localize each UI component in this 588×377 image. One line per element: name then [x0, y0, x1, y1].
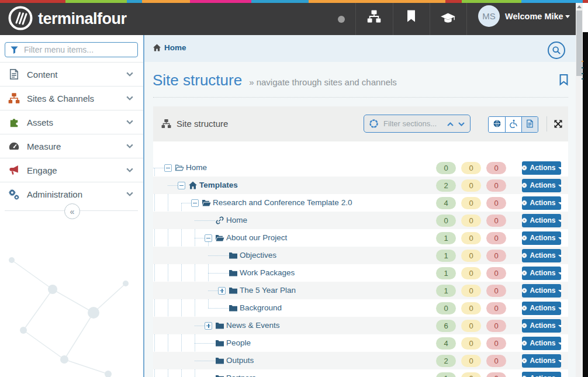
badge-yellow[interactable]: 0: [461, 250, 481, 262]
accessibility-button[interactable]: [505, 117, 521, 132]
collapse-node-button[interactable]: [178, 182, 185, 189]
tree-node-label[interactable]: Work Packages: [240, 268, 295, 277]
badge-green[interactable]: 2: [436, 355, 456, 367]
badge-green[interactable]: 1: [436, 372, 456, 377]
tree-node-label[interactable]: Templates: [199, 181, 238, 189]
sidebar-item-sites-channels[interactable]: Sites & Channels: [0, 86, 143, 110]
sidebar-item-content[interactable]: Content: [0, 62, 143, 86]
badge-red[interactable]: 0: [486, 232, 506, 244]
globe-button[interactable]: [489, 117, 505, 132]
breadcrumb[interactable]: Home: [153, 43, 186, 52]
tree-node-label[interactable]: About our Project: [226, 233, 287, 242]
actions-button[interactable]: Actions: [522, 161, 561, 175]
badge-green[interactable]: 0: [436, 302, 456, 314]
sidebar-collapse-button[interactable]: «: [64, 203, 80, 219]
tree-node-label[interactable]: Outputs: [226, 356, 254, 365]
badge-yellow[interactable]: 0: [461, 355, 481, 367]
badge-yellow[interactable]: 0: [461, 320, 481, 332]
badge-green[interactable]: 0: [436, 215, 456, 227]
sidebar-item-administration[interactable]: Administration: [0, 182, 143, 206]
badge-green[interactable]: 4: [436, 197, 456, 209]
actions-button[interactable]: Actions: [522, 179, 561, 192]
badge-green[interactable]: 6: [436, 320, 456, 332]
avatar[interactable]: MS: [478, 5, 500, 27]
actions-button[interactable]: Actions: [522, 267, 561, 280]
sidebar-item-measure[interactable]: Measure: [0, 134, 143, 158]
tree-node-label[interactable]: Partners: [226, 373, 256, 377]
search-button[interactable]: [548, 41, 565, 59]
actions-button[interactable]: Actions: [522, 249, 561, 262]
tree-node-label[interactable]: People: [226, 338, 251, 347]
tree-node-label[interactable]: Research and Conference Template 2.0: [213, 198, 352, 207]
collapse-node-button[interactable]: [191, 199, 199, 207]
welcome-menu[interactable]: Welcome Mike: [505, 12, 563, 21]
chevron-down-icon[interactable]: [458, 120, 465, 127]
collapse-node-button[interactable]: [205, 234, 212, 242]
tree-node-label[interactable]: Home: [226, 216, 247, 224]
tree-node-label[interactable]: Home: [186, 163, 207, 172]
actions-button[interactable]: Actions: [522, 319, 561, 333]
badge-yellow[interactable]: 0: [461, 337, 481, 350]
badge-yellow[interactable]: 0: [461, 232, 481, 244]
tree-node-label[interactable]: Background: [240, 303, 282, 312]
scrollbar-thumb[interactable]: [576, 11, 582, 76]
tree-node-label[interactable]: Objectives: [240, 251, 276, 260]
badge-yellow[interactable]: 0: [461, 215, 481, 227]
badge-red[interactable]: 0: [486, 197, 506, 209]
filter-sections-input[interactable]: [382, 119, 443, 129]
badge-yellow[interactable]: 0: [461, 162, 481, 174]
badge-yellow[interactable]: 0: [461, 197, 481, 209]
badge-green[interactable]: 4: [436, 337, 456, 350]
sidebar-item-assets[interactable]: Assets: [0, 110, 143, 134]
menu-filter-input[interactable]: [23, 44, 133, 55]
sidebar-item-engage[interactable]: Engage: [0, 158, 143, 182]
actions-button[interactable]: Actions: [522, 337, 561, 350]
badge-yellow[interactable]: 0: [461, 285, 481, 297]
badge-red[interactable]: 0: [486, 320, 506, 332]
badge-green[interactable]: 1: [436, 232, 456, 244]
badge-red[interactable]: 0: [486, 250, 506, 262]
badge-green[interactable]: 1: [436, 250, 456, 262]
terminalfour-logo[interactable]: terminalfour: [8, 5, 127, 33]
tree-node-label[interactable]: News & Events: [226, 321, 280, 330]
sitemap-icon[interactable]: [367, 9, 381, 23]
expand-node-button[interactable]: [205, 322, 212, 330]
badge-green[interactable]: 1: [436, 285, 456, 297]
badge-green[interactable]: 2: [436, 179, 456, 192]
badge-red[interactable]: 0: [486, 215, 506, 227]
badge-yellow[interactable]: 0: [461, 179, 481, 192]
actions-button[interactable]: Actions: [522, 372, 561, 377]
bookmark-icon[interactable]: [404, 9, 418, 23]
badge-red[interactable]: 0: [486, 179, 506, 192]
actions-button[interactable]: Actions: [522, 214, 561, 227]
badge-red[interactable]: 0: [486, 337, 506, 350]
expand-node-button[interactable]: [218, 287, 226, 295]
badge-green[interactable]: 0: [436, 162, 456, 174]
badge-green[interactable]: 1: [436, 267, 456, 279]
badge-yellow[interactable]: 0: [461, 267, 481, 279]
tree-node-label[interactable]: The 5 Year Plan: [240, 286, 296, 295]
actions-button[interactable]: Actions: [522, 231, 561, 245]
document-button[interactable]: [521, 117, 538, 132]
badge-red[interactable]: 0: [486, 162, 506, 174]
actions-button[interactable]: Actions: [522, 196, 561, 210]
actions-button[interactable]: Actions: [522, 302, 561, 315]
vertical-scrollbar[interactable]: [576, 3, 583, 377]
badge-red[interactable]: 0: [486, 355, 506, 367]
badge-red[interactable]: 0: [486, 285, 506, 297]
collapse-node-button[interactable]: [164, 164, 172, 172]
badge-red[interactable]: 0: [486, 372, 506, 377]
scroll-up-arrow[interactable]: [577, 5, 582, 8]
badge-yellow[interactable]: 0: [461, 372, 481, 377]
badge-red[interactable]: 0: [486, 267, 506, 279]
expand-icon[interactable]: [554, 119, 563, 129]
bookmark-page-icon[interactable]: [558, 74, 569, 88]
badge-yellow[interactable]: 0: [461, 302, 481, 314]
actions-button[interactable]: Actions: [522, 284, 561, 298]
graduation-cap-icon[interactable]: [440, 11, 454, 25]
badge-red[interactable]: 0: [486, 302, 506, 314]
actions-label: Actions: [530, 339, 556, 347]
actions-button[interactable]: Actions: [522, 354, 561, 368]
chevron-up-icon[interactable]: [447, 120, 454, 127]
breadcrumb-home[interactable]: Home: [164, 43, 186, 52]
